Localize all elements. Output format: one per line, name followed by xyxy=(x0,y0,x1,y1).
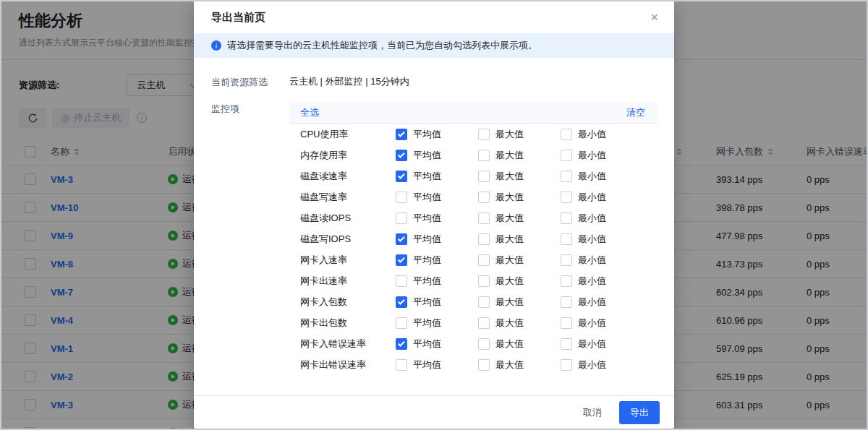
max-checkbox[interactable]: 最大值 xyxy=(478,212,561,225)
checkbox-unchecked-icon[interactable] xyxy=(478,275,490,287)
min-checkbox[interactable]: 最小值 xyxy=(561,149,643,162)
clear-all-link[interactable]: 清空 xyxy=(626,106,645,119)
min-checkbox[interactable]: 最小值 xyxy=(561,358,643,371)
min-checkbox[interactable]: 最小值 xyxy=(561,275,643,288)
min-checkbox[interactable]: 最小值 xyxy=(561,337,643,351)
metric-row: 网卡出速率 平均值最大值最小值 xyxy=(289,270,657,291)
avg-checkbox[interactable]: 平均值 xyxy=(396,233,478,246)
max-checkbox[interactable]: 最大值 xyxy=(478,170,561,183)
avg-checkbox[interactable]: 平均值 xyxy=(396,317,478,330)
max-checkbox[interactable]: 最大值 xyxy=(478,275,561,288)
close-icon[interactable]: × xyxy=(650,11,658,24)
option-label: 平均值 xyxy=(413,275,441,288)
min-checkbox[interactable]: 最小值 xyxy=(561,170,643,183)
metric-name: 网卡入错误速率 xyxy=(300,337,396,351)
checkbox-checked-icon[interactable] xyxy=(396,129,407,140)
checkbox-unchecked-icon[interactable] xyxy=(478,192,490,203)
avg-checkbox[interactable]: 平均值 xyxy=(396,296,478,309)
max-checkbox[interactable]: 最大值 xyxy=(478,296,561,309)
checkbox-unchecked-icon[interactable] xyxy=(561,212,572,224)
checkbox-checked-icon[interactable] xyxy=(396,338,407,350)
avg-checkbox[interactable]: 平均值 xyxy=(396,149,478,162)
checkbox-unchecked-icon[interactable] xyxy=(561,296,572,308)
checkbox-unchecked-icon[interactable] xyxy=(478,338,490,350)
min-checkbox[interactable]: 最小值 xyxy=(561,317,643,330)
checkbox-unchecked-icon[interactable] xyxy=(396,192,407,203)
avg-checkbox[interactable]: 平均值 xyxy=(396,212,478,225)
avg-checkbox[interactable]: 平均值 xyxy=(396,275,478,288)
min-checkbox[interactable]: 最小值 xyxy=(561,191,643,204)
option-label: 最大值 xyxy=(495,170,524,183)
avg-checkbox[interactable]: 平均值 xyxy=(396,254,478,267)
option-label: 最小值 xyxy=(578,128,606,141)
checkbox-unchecked-icon[interactable] xyxy=(561,192,572,203)
checkbox-unchecked-icon[interactable] xyxy=(561,171,572,182)
option-label: 最大值 xyxy=(495,254,524,267)
checkbox-unchecked-icon[interactable] xyxy=(561,317,572,329)
avg-checkbox[interactable]: 平均值 xyxy=(396,358,478,371)
avg-checkbox[interactable]: 平均值 xyxy=(396,191,478,204)
option-label: 平均值 xyxy=(413,170,441,183)
checkbox-unchecked-icon[interactable] xyxy=(478,359,490,371)
min-checkbox[interactable]: 最小值 xyxy=(561,296,643,309)
max-checkbox[interactable]: 最大值 xyxy=(478,337,561,351)
checkbox-unchecked-icon[interactable] xyxy=(478,233,490,245)
cancel-button[interactable]: 取消 xyxy=(576,402,609,423)
checkbox-unchecked-icon[interactable] xyxy=(478,317,490,329)
checkbox-unchecked-icon[interactable] xyxy=(478,212,490,224)
checkbox-unchecked-icon[interactable] xyxy=(478,150,490,161)
checkbox-unchecked-icon[interactable] xyxy=(478,171,490,182)
checkbox-checked-icon[interactable] xyxy=(396,150,407,161)
checkbox-unchecked-icon[interactable] xyxy=(561,129,572,140)
option-label: 最小值 xyxy=(578,254,606,267)
max-checkbox[interactable]: 最大值 xyxy=(478,191,561,204)
max-checkbox[interactable]: 最大值 xyxy=(478,149,561,162)
max-checkbox[interactable]: 最大值 xyxy=(478,358,561,371)
option-label: 平均值 xyxy=(413,296,441,309)
avg-checkbox[interactable]: 平均值 xyxy=(396,128,478,141)
checkbox-checked-icon[interactable] xyxy=(396,171,407,182)
metrics-panel: 全选 清空 CPU使用率 平均值最大值最小值 内存使用率 平均值最大值最小值 磁… xyxy=(289,102,657,375)
checkbox-unchecked-icon[interactable] xyxy=(561,150,572,161)
min-checkbox[interactable]: 最小值 xyxy=(561,212,643,225)
option-label: 最小值 xyxy=(578,317,606,330)
max-checkbox[interactable]: 最大值 xyxy=(478,233,561,246)
checkbox-unchecked-icon[interactable] xyxy=(561,275,572,287)
checkbox-unchecked-icon[interactable] xyxy=(396,317,407,329)
metric-row: CPU使用率 平均值最大值最小值 xyxy=(289,124,657,145)
metrics-list: CPU使用率 平均值最大值最小值 内存使用率 平均值最大值最小值 磁盘读速率 平… xyxy=(289,124,657,375)
metric-row: 磁盘写IOPS 平均值最大值最小值 xyxy=(289,228,657,249)
max-checkbox[interactable]: 最大值 xyxy=(478,317,561,330)
export-button[interactable]: 导出 xyxy=(619,401,660,424)
select-all-link[interactable]: 全选 xyxy=(300,106,319,119)
max-checkbox[interactable]: 最大值 xyxy=(478,128,561,141)
app-window: 性能分析 通过列表方式展示云平台核心资源的性能监控指标，支持 资源筛选: 云主机… xyxy=(0,0,868,430)
checkbox-unchecked-icon[interactable] xyxy=(396,212,407,224)
max-checkbox[interactable]: 最大值 xyxy=(478,254,561,267)
min-checkbox[interactable]: 最小值 xyxy=(561,233,643,246)
option-label: 最小值 xyxy=(578,233,606,246)
checkbox-unchecked-icon[interactable] xyxy=(478,129,490,140)
option-label: 最小值 xyxy=(578,212,606,225)
checkbox-unchecked-icon[interactable] xyxy=(561,233,572,245)
metric-name: 网卡入包数 xyxy=(300,296,396,309)
avg-checkbox[interactable]: 平均值 xyxy=(396,170,478,183)
option-label: 最小值 xyxy=(578,296,606,309)
avg-checkbox[interactable]: 平均值 xyxy=(396,337,478,351)
checkbox-unchecked-icon[interactable] xyxy=(396,275,407,287)
checkbox-unchecked-icon[interactable] xyxy=(396,359,407,371)
checkbox-checked-icon[interactable] xyxy=(396,296,407,308)
min-checkbox[interactable]: 最小值 xyxy=(561,254,643,267)
min-checkbox[interactable]: 最小值 xyxy=(561,128,643,141)
option-label: 最小值 xyxy=(578,149,606,162)
checkbox-unchecked-icon[interactable] xyxy=(478,296,490,308)
checkbox-unchecked-icon[interactable] xyxy=(478,254,490,266)
current-filter-label: 当前资源筛选 xyxy=(211,75,289,89)
dialog-footer: 取消 导出 xyxy=(194,395,674,429)
checkbox-unchecked-icon[interactable] xyxy=(561,254,572,266)
checkbox-checked-icon[interactable] xyxy=(396,233,407,245)
checkbox-checked-icon[interactable] xyxy=(396,254,407,266)
metric-name: 磁盘写速率 xyxy=(300,191,396,204)
checkbox-unchecked-icon[interactable] xyxy=(561,359,572,371)
checkbox-unchecked-icon[interactable] xyxy=(561,338,572,350)
